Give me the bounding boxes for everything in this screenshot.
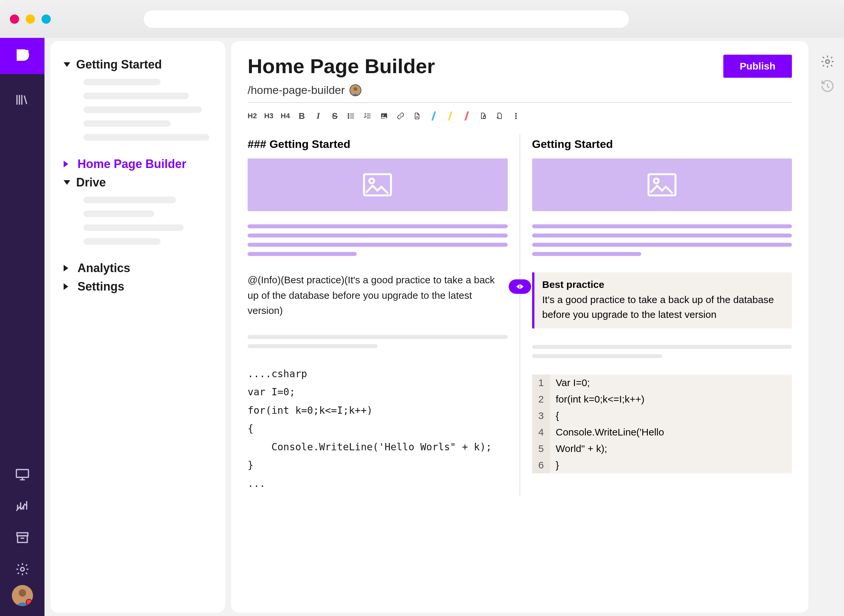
highlight-red-button[interactable]: [462, 111, 471, 120]
window-minimize[interactable]: [26, 15, 35, 24]
code-line: 5World" + k);: [532, 440, 792, 457]
utility-rail: [814, 41, 841, 613]
code-line: 3{: [532, 408, 792, 424]
window-controls: [10, 15, 51, 24]
caret-down-icon: [64, 180, 70, 185]
bold-button[interactable]: B: [297, 111, 306, 120]
analytics-icon[interactable]: [13, 496, 32, 516]
lock-page-button[interactable]: [478, 111, 488, 120]
paragraph-placeholder: [248, 335, 508, 348]
caret-right-icon: [64, 283, 72, 290]
svg-point-17: [516, 117, 517, 119]
nav-children-placeholder: [64, 79, 212, 141]
svg-point-4: [21, 568, 24, 571]
editor-card: Home Page Builder Publish /home-page-bui…: [231, 41, 809, 613]
editor-split: ### Getting Started @(Info)(Best practic…: [248, 134, 792, 496]
svg-point-10: [348, 116, 349, 117]
title-row: Home Page Builder Publish: [248, 54, 792, 78]
app-shell: Getting Started Home Page Builder Drive …: [0, 38, 844, 616]
svg-point-13: [382, 114, 384, 116]
highlight-yellow-button[interactable]: [446, 111, 454, 120]
split-divider: [520, 134, 520, 496]
browser-chrome: [0, 0, 844, 38]
app-logo[interactable]: [0, 38, 44, 74]
window-maximize[interactable]: [41, 15, 51, 24]
editor-toolbar: H2 H3 H4 B I S: [248, 109, 792, 123]
svg-point-0: [26, 50, 29, 53]
svg-rect-1: [16, 469, 28, 477]
paragraph-placeholder: [248, 224, 508, 256]
publish-button[interactable]: Publish: [723, 55, 792, 78]
svg-point-15: [516, 113, 517, 114]
code-source[interactable]: ....csharp var I=0; for(int k=0;k<=I;k++…: [248, 365, 508, 493]
code-line: 6}: [532, 457, 792, 473]
heading2-button[interactable]: H2: [248, 111, 257, 120]
svg-point-9: [348, 114, 349, 114]
page-title: Home Page Builder: [248, 54, 435, 78]
editor-preview-pane: Getting Started Best practice It's a goo…: [520, 134, 792, 496]
settings-icon[interactable]: [13, 559, 32, 579]
caret-right-icon: [64, 265, 72, 271]
address-bar[interactable]: [143, 10, 629, 28]
svg-point-16: [516, 115, 517, 116]
author-avatar[interactable]: [350, 84, 361, 96]
svg-point-22: [826, 60, 829, 64]
nav-label: Drive: [76, 176, 106, 189]
history-icon[interactable]: [820, 79, 835, 93]
callout-title: Best practice: [543, 279, 784, 290]
svg-rect-14: [483, 116, 486, 118]
image-placeholder[interactable]: [248, 158, 508, 211]
code-line: 4 Console.WriteLine('Hello: [532, 424, 792, 440]
caret-right-icon: [64, 161, 72, 167]
code-preview: 1Var I=0; 2for(int k=0;k<=I;k++) 3{ 4 Co…: [532, 374, 792, 473]
callout-preview: Best practice It's a good practice to ta…: [532, 273, 792, 329]
svg-point-11: [348, 117, 349, 119]
gear-icon[interactable]: [820, 54, 835, 69]
ordered-list-button[interactable]: [363, 111, 372, 120]
page-settings-button[interactable]: [495, 111, 504, 120]
file-button[interactable]: [412, 111, 422, 120]
callout-body: It's a good practice to take a back up o…: [543, 292, 784, 322]
preview-heading: Getting Started: [532, 138, 792, 151]
nav-label: Home Page Builder: [78, 157, 186, 171]
archive-icon[interactable]: [13, 528, 32, 547]
heading3-button[interactable]: H3: [264, 111, 273, 120]
unordered-list-button[interactable]: [347, 111, 356, 120]
more-button[interactable]: [511, 111, 521, 120]
slug-row: /home-page-builder: [248, 84, 792, 103]
svg-point-6: [18, 589, 26, 597]
svg-point-8: [353, 87, 357, 91]
sidebar: Getting Started Home Page Builder Drive …: [50, 41, 225, 613]
nav-drive[interactable]: Drive: [64, 176, 212, 189]
heading4-button[interactable]: H4: [281, 111, 290, 120]
image-button[interactable]: [379, 111, 389, 120]
image-placeholder: [532, 158, 792, 211]
code-line: 1Var I=0;: [532, 374, 792, 391]
nav-home-page-builder[interactable]: Home Page Builder: [64, 157, 212, 171]
content-area: Home Page Builder Publish /home-page-bui…: [231, 41, 841, 613]
italic-button[interactable]: I: [313, 111, 323, 120]
svg-rect-3: [18, 536, 27, 543]
monitor-icon[interactable]: [13, 465, 32, 484]
code-line: 2for(int k=0;k<=I;k++): [532, 391, 792, 408]
window-close[interactable]: [10, 15, 19, 24]
svg-point-19: [369, 179, 374, 183]
highlight-blue-button[interactable]: [429, 111, 438, 120]
callout-source[interactable]: @(Info)(Best practice)(It's a good pract…: [248, 273, 508, 318]
library-icon[interactable]: [13, 90, 32, 110]
user-avatar[interactable]: [12, 585, 33, 606]
nav-label: Analytics: [78, 261, 130, 275]
nav-rail: [0, 38, 44, 616]
nav-getting-started[interactable]: Getting Started: [64, 58, 212, 72]
split-handle[interactable]: [509, 279, 531, 294]
nav-settings[interactable]: Settings: [64, 280, 212, 293]
strikethrough-button[interactable]: S: [330, 111, 339, 120]
nav-label: Settings: [78, 280, 124, 293]
paragraph-placeholder: [532, 224, 792, 256]
link-button[interactable]: [396, 111, 405, 120]
editor-source-pane[interactable]: ### Getting Started @(Info)(Best practic…: [248, 134, 520, 496]
nav-analytics[interactable]: Analytics: [64, 261, 212, 275]
nav-label: Getting Started: [76, 58, 162, 72]
page-slug[interactable]: /home-page-builder: [248, 84, 345, 97]
nav-children-placeholder: [64, 197, 212, 245]
